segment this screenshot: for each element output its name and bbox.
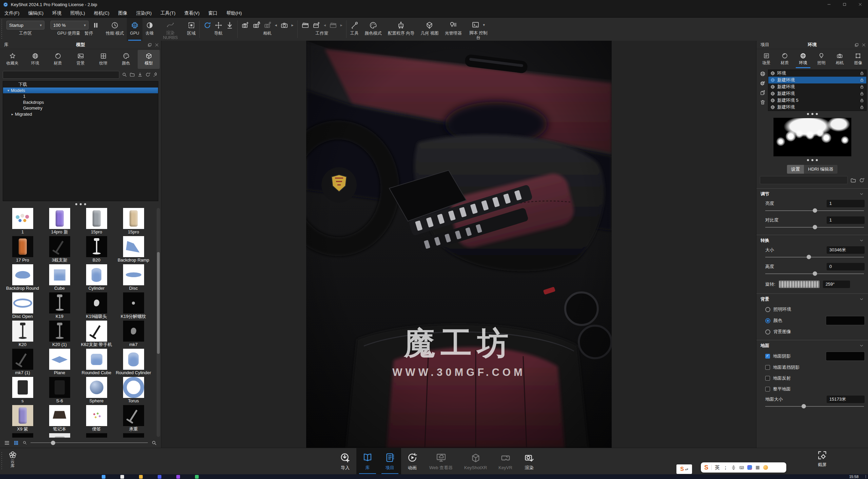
model-item[interactable]: Backdrop Round [4, 264, 41, 292]
menu-item[interactable]: 照明(L) [66, 9, 90, 17]
tools-button[interactable]: 工具 [347, 18, 362, 41]
tumble-icon[interactable] [203, 21, 211, 29]
close-button[interactable] [852, 0, 868, 9]
environment-row[interactable]: 新建环境 [768, 104, 866, 111]
model-item[interactable]: 1 [4, 208, 41, 236]
collapse-icon[interactable] [859, 192, 864, 196]
environment-row[interactable]: 新建环境 5 [768, 97, 866, 104]
model-item[interactable]: 15pro [78, 208, 115, 236]
library-tab[interactable]: 环境 [24, 50, 46, 69]
pin-icon[interactable] [153, 72, 158, 77]
action-button[interactable]: KeyVR [493, 448, 518, 475]
maximize-button[interactable] [837, 0, 852, 9]
gpu-mode-button[interactable]: GPU [127, 18, 142, 41]
param-value[interactable]: 1 [827, 200, 865, 207]
model-item[interactable]: Backdrop Ramp [115, 236, 152, 264]
param-slider[interactable] [765, 208, 864, 213]
toolbar-drag-handle[interactable] [0, 20, 3, 39]
workspace-select[interactable]: Startup▾ [6, 21, 44, 30]
rotation-dial[interactable] [779, 281, 820, 288]
add-camera-icon[interactable] [241, 21, 249, 29]
ground-option[interactable]: 地面阴影 [756, 350, 868, 362]
model-item[interactable]: Plane [41, 349, 78, 377]
model-item[interactable]: 承重 [115, 405, 152, 433]
library-search-input[interactable] [3, 71, 119, 79]
project-tab[interactable]: 相机 [831, 50, 849, 68]
background-option[interactable]: 颜色 [756, 315, 868, 326]
environment-row[interactable]: 新建环境 [768, 90, 866, 97]
param-value[interactable]: 1 [827, 216, 865, 224]
configurator-wizard-button[interactable]: 配置程序 向导 [385, 18, 417, 41]
model-item[interactable]: 15pro [115, 208, 152, 236]
script-console-button[interactable]: ▾ 脚本 控制台 [465, 18, 492, 41]
model-item[interactable] [78, 433, 115, 438]
library-tab[interactable]: 收藏夹 [1, 50, 23, 69]
collapse-icon[interactable] [859, 238, 864, 243]
lock-icon[interactable] [860, 84, 864, 89]
ground-option[interactable]: 地面遮挡阴影 [756, 362, 868, 373]
model-item[interactable]: Sphere [78, 377, 115, 405]
close-panel-icon[interactable] [155, 43, 159, 47]
background-option[interactable]: 照明环境 [756, 304, 868, 315]
param-value[interactable]: 30346米 [827, 246, 865, 254]
project-tab[interactable]: 照明 [812, 50, 831, 68]
zoom-out-icon[interactable] [22, 440, 27, 445]
ground-option[interactable]: 地面反射 [756, 373, 868, 384]
import-to-library-icon[interactable] [137, 72, 143, 77]
checkbox-icon[interactable] [765, 387, 770, 391]
lock-icon[interactable] [860, 105, 864, 110]
splitter-dots[interactable] [0, 201, 161, 207]
prev-camera-icon[interactable]: ◂ [275, 23, 277, 27]
lock-icon[interactable] [860, 71, 864, 76]
model-item[interactable]: K19磁吸头 [78, 292, 115, 321]
checkbox-icon[interactable] [765, 376, 770, 381]
light-manager-button[interactable]: 光管理器 [442, 18, 465, 41]
show-desktop-button[interactable] [866, 475, 866, 478]
model-item[interactable]: Disc [115, 264, 152, 292]
minimize-button[interactable] [821, 0, 837, 9]
environment-icon[interactable] [760, 71, 766, 77]
model-item[interactable]: Disc Open [4, 292, 41, 321]
camera-select-icon[interactable] [280, 21, 288, 29]
windows-taskbar[interactable]: 15:58 [0, 474, 868, 479]
model-item[interactable]: Rounded Cube [78, 349, 115, 377]
collapse-icon[interactable] [859, 297, 864, 302]
menu-item[interactable]: 相机(C) [90, 9, 114, 17]
ground-option[interactable]: 整平地面 [756, 384, 868, 395]
render-view[interactable]: 魔工坊 WWW.30MGF.COM [306, 41, 612, 448]
environment-row[interactable]: 新建环境 [768, 77, 866, 83]
ground-size-value[interactable]: 15173米 [827, 396, 865, 403]
ground-size-slider[interactable] [765, 404, 864, 409]
ime-mini-box[interactable]: S▴▾ [676, 464, 692, 474]
tree-row[interactable]: 下载 [3, 81, 158, 88]
gpu-usage-select[interactable]: 100 %▾ [51, 21, 88, 30]
menu-item[interactable]: 图像 [114, 9, 132, 17]
thumbnail-size-knob[interactable] [51, 441, 55, 445]
region-button[interactable]: 区域 [184, 18, 199, 41]
action-button[interactable]: 动画 [401, 448, 423, 475]
splitter-dots[interactable] [756, 111, 868, 117]
color-swatch[interactable] [826, 352, 865, 361]
action-button[interactable]: 渲染 [518, 448, 540, 475]
library-tab[interactable]: 颜色 [115, 50, 137, 69]
tree-row[interactable]: ▸ Migrated [3, 111, 158, 117]
taskbar-app-icon[interactable] [139, 475, 143, 479]
menu-item[interactable]: 帮助(H) [222, 9, 246, 17]
menu-item[interactable]: 环境 [48, 9, 66, 17]
color-mode-button[interactable]: 颜色模式 [362, 18, 385, 41]
dolly-icon[interactable] [226, 21, 234, 29]
duplicate-environment-icon[interactable] [760, 90, 766, 96]
slider-knob[interactable] [813, 271, 817, 276]
pause-icon[interactable] [92, 21, 100, 29]
lock-icon[interactable] [860, 91, 864, 96]
model-item[interactable]: 笔记本 [41, 405, 78, 433]
action-button[interactable]: 项目 [379, 448, 401, 475]
environment-row[interactable]: 环境 [768, 70, 866, 77]
model-item[interactable]: mk7 (1) [4, 349, 41, 377]
taskbar-app-icon[interactable] [120, 475, 124, 479]
zoom-in-icon[interactable] [151, 440, 157, 446]
project-tab[interactable]: 场景 [757, 50, 775, 68]
realtime-viewport[interactable]: 魔工坊 WWW.30MGF.COM [161, 41, 756, 448]
project-tab[interactable]: 环境 [794, 50, 812, 68]
model-item[interactable]: 便签 [78, 405, 115, 433]
